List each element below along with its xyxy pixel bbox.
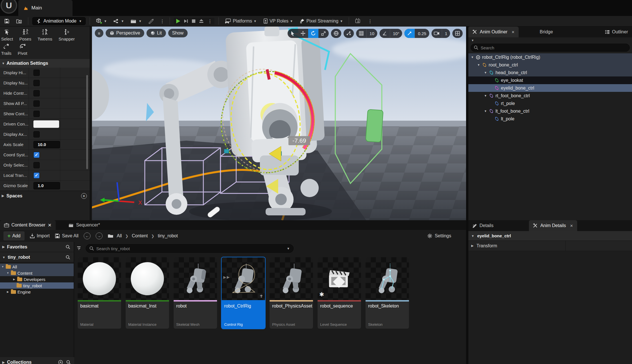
search-icon[interactable] bbox=[66, 245, 70, 249]
add-space-button[interactable]: + bbox=[81, 193, 87, 199]
scale-tool-button[interactable] bbox=[318, 29, 329, 38]
rotation-snap-toggle[interactable] bbox=[380, 29, 390, 38]
tool-select[interactable]: Select bbox=[1, 29, 13, 41]
tool-pivot[interactable]: Pivot bbox=[18, 43, 27, 56]
search-icon[interactable] bbox=[66, 255, 70, 260]
grid-snap-toggle[interactable] bbox=[356, 29, 366, 38]
grid-snap-value[interactable]: 10 bbox=[366, 29, 377, 38]
vp-roles-dropdown[interactable]: VP Roles ▼ bbox=[261, 17, 295, 25]
tool-snapper[interactable]: Snapper bbox=[59, 29, 75, 41]
save-all-button[interactable]: Save All bbox=[55, 233, 79, 238]
frame-skip-button[interactable] bbox=[183, 18, 189, 24]
tree-row-eyelid-bone-ctrl[interactable]: eyelid_bone_ctrl bbox=[468, 84, 632, 92]
driven-controls-swatch[interactable] bbox=[33, 120, 59, 128]
select-tool-button[interactable] bbox=[288, 29, 298, 38]
blueprints-button[interactable]: ▼ bbox=[111, 17, 126, 25]
tree-row-rt-foot-bone-ctrl[interactable]: ▼ rt_foot_bone_ctrl bbox=[468, 92, 632, 100]
editor-mode-dropdown[interactable]: Animation Mode ▼ bbox=[32, 17, 86, 25]
expand-triangle-icon[interactable]: ▶ bbox=[13, 278, 16, 281]
viewport-options-button[interactable]: ≡ bbox=[95, 29, 103, 37]
stop-button[interactable] bbox=[191, 19, 196, 24]
close-icon[interactable]: ✕ bbox=[511, 30, 515, 34]
tab-anim-outliner[interactable]: Anim Outliner ✕ bbox=[468, 27, 519, 37]
checkbox[interactable]: ✓ bbox=[33, 90, 40, 96]
world-local-toggle[interactable] bbox=[331, 29, 341, 38]
tree-row-head-bone-ctrl[interactable]: ▼ head_bone_ctrl bbox=[468, 69, 632, 76]
expand-triangle-icon[interactable]: ▼ bbox=[484, 71, 487, 74]
folder-engine[interactable]: ▶ Engine bbox=[0, 289, 74, 295]
gizmo-scale-input[interactable]: 1.0 bbox=[33, 182, 60, 189]
search-icon[interactable] bbox=[66, 360, 71, 364]
expand-triangle-icon[interactable]: ▼ bbox=[471, 56, 474, 59]
axis-scale-input[interactable]: 10.0 bbox=[33, 141, 60, 148]
tab-bridge[interactable]: Bridge bbox=[536, 27, 557, 37]
move-tool-button[interactable] bbox=[298, 29, 308, 38]
platforms-dropdown[interactable]: Platforms ▼ bbox=[223, 17, 258, 25]
lit-dropdown[interactable]: Lit bbox=[147, 29, 166, 37]
collapse-triangle-icon[interactable]: ▼ bbox=[6, 272, 9, 274]
scale-snap-value[interactable]: 0.25 bbox=[415, 29, 429, 38]
play-options-icon[interactable]: ⋮ bbox=[206, 19, 213, 24]
forward-button[interactable]: → bbox=[96, 232, 103, 239]
viewport-3d[interactable]: -7.69 X ≡ Perspective Lit Show bbox=[92, 27, 466, 220]
add-actor-button[interactable]: ▼ bbox=[94, 17, 109, 25]
chevron-down-icon[interactable]: ▼ bbox=[287, 247, 290, 250]
checkbox[interactable]: ✓ bbox=[33, 80, 40, 86]
asset-search[interactable]: ▼ bbox=[86, 244, 294, 253]
breadcrumb-item-tiny-robot[interactable]: tiny_robot bbox=[158, 233, 178, 238]
asset-tile-robot-skeleton[interactable]: robot_Skeleton Skeleton bbox=[366, 257, 409, 329]
asset-tile-robot-sequence[interactable]: ✱ robot_sequence Level Sequence bbox=[318, 257, 361, 329]
breadcrumb-item-content[interactable]: Content bbox=[132, 233, 148, 238]
tab-content-browser[interactable]: Content Browser ✕ bbox=[0, 220, 56, 230]
checkbox[interactable]: ✓ bbox=[33, 162, 40, 168]
spaces-section-header[interactable]: ▶ Spaces + bbox=[0, 191, 90, 201]
tree-row-rt-pole[interactable]: rt_pole bbox=[468, 100, 632, 107]
back-button[interactable]: ← bbox=[84, 232, 91, 239]
cinematics-button[interactable]: ▼ bbox=[129, 17, 143, 25]
outliner-search[interactable] bbox=[471, 44, 630, 52]
rotation-snap-value[interactable]: 10° bbox=[390, 29, 402, 38]
toolbar-overflow-icon[interactable]: ⋮ bbox=[159, 19, 166, 24]
checkbox[interactable]: ✓ bbox=[33, 111, 40, 117]
checkbox[interactable]: ✓ bbox=[33, 131, 40, 137]
browse-content-button[interactable] bbox=[14, 17, 24, 25]
project-path-header[interactable]: ▼ tiny_robot bbox=[0, 252, 74, 262]
media-capture-button[interactable] bbox=[353, 17, 364, 25]
perspective-dropdown[interactable]: Perspective bbox=[106, 29, 144, 37]
camera-speed-button[interactable] bbox=[432, 29, 442, 38]
tree-row-eye-lookat[interactable]: eye_lookat bbox=[468, 76, 632, 84]
favorites-header[interactable]: ▶ Favorites bbox=[0, 242, 74, 252]
folder-content[interactable]: ▼ Content bbox=[0, 270, 74, 276]
scale-snap-toggle[interactable] bbox=[404, 29, 415, 38]
folder-developers[interactable]: ▶ Developers bbox=[0, 276, 74, 282]
filter-icon[interactable] bbox=[77, 246, 82, 251]
checkbox[interactable]: ✓ bbox=[33, 172, 40, 179]
import-button[interactable]: Import bbox=[30, 233, 50, 238]
details-transform-section[interactable]: ▶ Transform bbox=[468, 241, 632, 251]
tree-row-robot-ctrlrig[interactable]: ▼ robot_CtrlRig (robot_CtrlRig) bbox=[468, 53, 632, 61]
asset-tile-basicmat-inst[interactable]: basicmat_Inst Material Instance bbox=[126, 257, 169, 329]
quad-view-button[interactable] bbox=[452, 29, 463, 38]
rotate-tool-button[interactable] bbox=[308, 29, 318, 38]
tool-tweens[interactable]: Tweens bbox=[37, 29, 52, 41]
tool-poses[interactable]: Poses bbox=[19, 29, 31, 41]
camera-speed-value[interactable]: 1 bbox=[442, 29, 450, 38]
asset-tile-robot[interactable]: robot Skeletal Mesh bbox=[174, 257, 217, 329]
collections-header[interactable]: ▶ Collections bbox=[0, 357, 74, 364]
tree-row-lt-foot-bone-ctrl[interactable]: ▼ lt_foot_bone_ctrl bbox=[468, 107, 632, 115]
toolbar-overflow-icon[interactable]: ⋮ bbox=[367, 19, 374, 24]
pixel-streaming-dropdown[interactable]: Pixel Streaming ▼ bbox=[298, 17, 345, 25]
unreal-logo[interactable]: U bbox=[1, 0, 17, 14]
animation-settings-header[interactable]: ▼ Animation Settings bbox=[0, 59, 90, 68]
breadcrumb-item-all[interactable]: All bbox=[117, 233, 122, 238]
close-icon[interactable]: ✕ bbox=[48, 223, 51, 228]
checkbox[interactable]: ✓ bbox=[33, 100, 40, 107]
checkbox[interactable]: ✓ bbox=[33, 152, 40, 158]
editor-tools-button[interactable] bbox=[146, 17, 156, 25]
details-object-header[interactable]: ▼ eyelid_bone_ctrl bbox=[468, 231, 632, 241]
folder-tiny-robot[interactable]: tiny_robot bbox=[0, 282, 74, 289]
tab-details[interactable]: Details bbox=[468, 220, 497, 231]
collapse-triangle-icon[interactable]: ▼ bbox=[1, 265, 4, 268]
eject-button[interactable] bbox=[198, 19, 204, 24]
tab-main[interactable]: Main bbox=[18, 0, 73, 16]
